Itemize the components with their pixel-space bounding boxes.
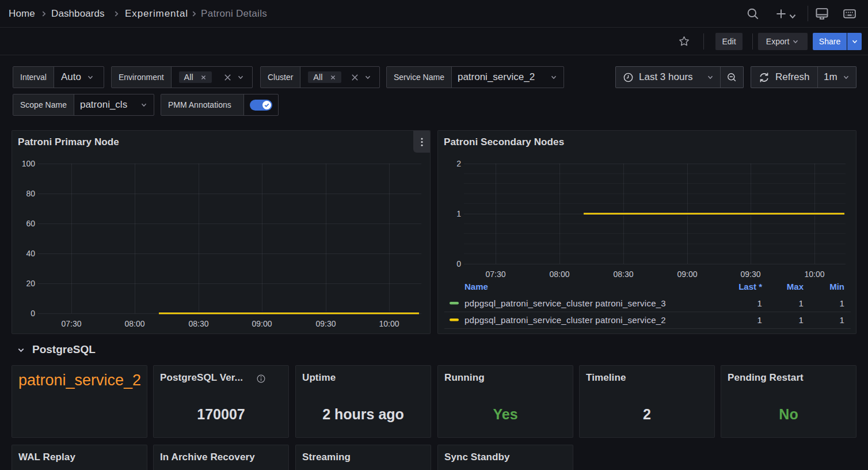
svg-text:09:00: 09:00 xyxy=(677,270,697,279)
svg-text:1: 1 xyxy=(798,298,804,308)
svg-text:Min: Min xyxy=(829,282,844,291)
svg-text:1: 1 xyxy=(798,315,804,325)
svg-text:pdpgsql_patroni_service_cluste: pdpgsql_patroni_service_cluster patroni_… xyxy=(465,298,666,308)
svg-text:10:00: 10:00 xyxy=(379,319,399,328)
svg-text:07:30: 07:30 xyxy=(485,270,505,279)
svg-text:60: 60 xyxy=(26,219,35,228)
svg-text:1: 1 xyxy=(839,315,844,325)
svg-text:100: 100 xyxy=(22,159,36,168)
svg-text:08:00: 08:00 xyxy=(124,319,144,328)
svg-text:08:30: 08:30 xyxy=(613,270,633,279)
svg-text:Last *: Last * xyxy=(738,282,762,291)
svg-text:1: 1 xyxy=(757,315,762,325)
svg-text:1: 1 xyxy=(839,298,844,308)
svg-text:pdpgsql_patroni_service_cluste: pdpgsql_patroni_service_cluster patroni_… xyxy=(465,315,666,325)
svg-text:80: 80 xyxy=(26,189,35,198)
svg-text:2: 2 xyxy=(456,159,461,168)
svg-text:Name: Name xyxy=(465,282,488,291)
svg-text:09:00: 09:00 xyxy=(252,319,272,328)
svg-text:10:00: 10:00 xyxy=(804,270,824,279)
svg-text:08:30: 08:30 xyxy=(188,319,208,328)
svg-text:09:30: 09:30 xyxy=(315,319,336,328)
svg-text:Max: Max xyxy=(787,282,804,291)
svg-text:0: 0 xyxy=(31,309,35,318)
svg-text:1: 1 xyxy=(757,298,762,308)
svg-text:08:00: 08:00 xyxy=(549,270,569,279)
svg-text:09:30: 09:30 xyxy=(740,270,760,279)
svg-text:07:30: 07:30 xyxy=(61,319,81,328)
svg-text:20: 20 xyxy=(26,279,35,288)
svg-text:40: 40 xyxy=(26,249,35,258)
svg-text:1: 1 xyxy=(456,209,461,218)
svg-text:0: 0 xyxy=(456,259,461,268)
